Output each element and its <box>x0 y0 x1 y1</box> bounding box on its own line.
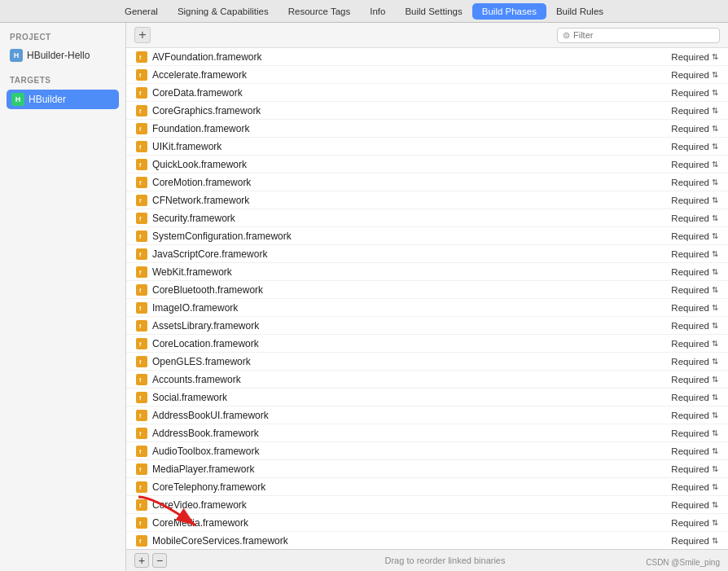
project-icon: H <box>10 49 23 62</box>
status-arrows: ⇅ <box>712 518 718 527</box>
table-row[interactable]: f Accounts.framework Required ⇅ <box>126 371 728 389</box>
table-row[interactable]: f MediaPlayer.framework Required ⇅ <box>126 460 728 478</box>
framework-name: MobileCoreServices.framework <box>152 535 671 547</box>
framework-status: Required ⇅ <box>671 500 718 510</box>
table-row[interactable]: f AssetsLibrary.framework Required ⇅ <box>126 317 728 335</box>
table-row[interactable]: f AudioToolbox.framework Required ⇅ <box>126 442 728 460</box>
status-arrows: ⇅ <box>712 142 718 151</box>
status-arrows: ⇅ <box>712 339 718 348</box>
framework-icon: f <box>136 356 147 367</box>
framework-status: Required ⇅ <box>671 52 718 62</box>
framework-icon: f <box>136 195 147 206</box>
table-row[interactable]: f JavaScriptCore.framework Required ⇅ <box>126 245 728 263</box>
framework-icon: f <box>136 159 147 170</box>
bottom-add-button[interactable]: + <box>134 553 149 568</box>
table-row[interactable]: f CoreLocation.framework Required ⇅ <box>126 335 728 353</box>
framework-name: Accelerate.framework <box>152 69 671 81</box>
status-arrows: ⇅ <box>712 428 718 437</box>
tab-general[interactable]: General <box>115 3 168 20</box>
framework-status: Required ⇅ <box>671 160 718 169</box>
framework-status: Required ⇅ <box>671 464 718 474</box>
status-arrows: ⇅ <box>712 482 718 491</box>
table-row[interactable]: f OpenGLES.framework Required ⇅ <box>126 353 728 371</box>
framework-icon: f <box>136 141 147 152</box>
framework-icon: f <box>136 248 147 260</box>
status-arrows: ⇅ <box>712 267 718 276</box>
framework-name: WebKit.framework <box>152 266 671 278</box>
framework-name: CoreData.framework <box>152 87 671 99</box>
framework-name: Security.framework <box>152 213 671 224</box>
framework-name: Social.framework <box>152 392 671 403</box>
framework-name: AVFoundation.framework <box>152 51 671 63</box>
project-section-label: PROJECT <box>7 33 119 42</box>
table-row[interactable]: f AVFoundation.framework Required ⇅ <box>126 48 728 66</box>
table-row[interactable]: f UIKit.framework Required ⇅ <box>126 138 728 156</box>
framework-icon: f <box>136 87 147 99</box>
framework-icon: f <box>136 410 147 421</box>
content-area: + ⊜ f AVFoundation.framework Required ⇅ <box>126 23 728 571</box>
table-row[interactable]: f Social.framework Required ⇅ <box>126 389 728 406</box>
table-row[interactable]: f Foundation.framework Required ⇅ <box>126 120 728 138</box>
framework-status: Required ⇅ <box>671 178 718 187</box>
table-row[interactable]: f CoreBluetooth.framework Required ⇅ <box>126 281 728 299</box>
table-row[interactable]: f CoreVideo.framework Required ⇅ <box>126 496 728 514</box>
table-row[interactable]: f CoreMedia.framework Required ⇅ <box>126 514 728 532</box>
framework-status: Required ⇅ <box>671 213 718 223</box>
framework-name: Accounts.framework <box>152 374 671 385</box>
framework-name: CoreMedia.framework <box>152 517 671 529</box>
framework-icon: f <box>136 481 147 493</box>
table-row[interactable]: f CoreMotion.framework Required ⇅ <box>126 173 728 191</box>
framework-name: AddressBookUI.framework <box>152 410 671 421</box>
framework-status: Required ⇅ <box>671 231 718 241</box>
table-row[interactable]: f Accelerate.framework Required ⇅ <box>126 66 728 84</box>
table-row[interactable]: f WebKit.framework Required ⇅ <box>126 263 728 281</box>
framework-icon: f <box>136 284 147 296</box>
status-arrows: ⇅ <box>712 70 718 79</box>
table-row[interactable]: f AddressBookUI.framework Required ⇅ <box>126 406 728 424</box>
framework-status: Required ⇅ <box>671 195 718 205</box>
tab-info[interactable]: Info <box>360 3 395 20</box>
table-row[interactable]: f CoreTelephony.framework Required ⇅ <box>126 478 728 496</box>
framework-status: Required ⇅ <box>671 285 718 295</box>
sidebar-item-project[interactable]: H HBuilder-Hello <box>7 46 119 64</box>
table-row[interactable]: f CoreGraphics.framework Required ⇅ <box>126 102 728 120</box>
framework-status: Required ⇅ <box>671 106 718 116</box>
framework-status: Required ⇅ <box>671 428 718 438</box>
table-row[interactable]: f ImageIO.framework Required ⇅ <box>126 299 728 317</box>
table-row[interactable]: f AddressBook.framework Required ⇅ <box>126 424 728 442</box>
tab-signing[interactable]: Signing & Capabilities <box>168 3 278 20</box>
status-arrows: ⇅ <box>712 321 718 330</box>
add-framework-button[interactable]: + <box>134 27 151 43</box>
status-arrows: ⇅ <box>712 213 718 222</box>
framework-status: Required ⇅ <box>671 321 718 331</box>
framework-name: AssetsLibrary.framework <box>152 320 671 332</box>
sidebar-item-target[interactable]: H HBuilder <box>7 90 119 109</box>
status-arrows: ⇅ <box>712 195 718 204</box>
framework-name: CoreBluetooth.framework <box>152 284 671 296</box>
tab-build-settings[interactable]: Build Settings <box>395 3 471 20</box>
table-row[interactable]: f CFNetwork.framework Required ⇅ <box>126 191 728 209</box>
filter-input[interactable] <box>573 30 714 40</box>
framework-status: Required ⇅ <box>671 303 718 313</box>
framework-status: Required ⇅ <box>671 142 718 152</box>
framework-status: Required ⇅ <box>671 249 718 259</box>
table-row[interactable]: f SystemConfiguration.framework Required… <box>126 227 728 245</box>
framework-name: CoreVideo.framework <box>152 499 671 511</box>
framework-icon: f <box>136 374 147 385</box>
table-row[interactable]: f QuickLook.framework Required ⇅ <box>126 156 728 173</box>
framework-name: Foundation.framework <box>152 123 671 134</box>
table-row[interactable]: f CoreData.framework Required ⇅ <box>126 84 728 102</box>
framework-name: QuickLook.framework <box>152 159 671 170</box>
table-row[interactable]: f MobileCoreServices.framework Required … <box>126 532 728 549</box>
framework-name: CoreLocation.framework <box>152 338 671 349</box>
table-row[interactable]: f Security.framework Required ⇅ <box>126 209 728 227</box>
framework-icon: f <box>136 105 147 116</box>
tab-resource-tags[interactable]: Resource Tags <box>278 3 361 20</box>
framework-icon: f <box>136 266 147 278</box>
tab-build-phases[interactable]: Build Phases <box>472 3 546 20</box>
tab-build-rules[interactable]: Build Rules <box>546 3 613 20</box>
bottom-remove-button[interactable]: − <box>152 553 167 568</box>
framework-icon: f <box>136 428 147 439</box>
status-arrows: ⇅ <box>712 357 718 366</box>
framework-name: MediaPlayer.framework <box>152 463 671 475</box>
